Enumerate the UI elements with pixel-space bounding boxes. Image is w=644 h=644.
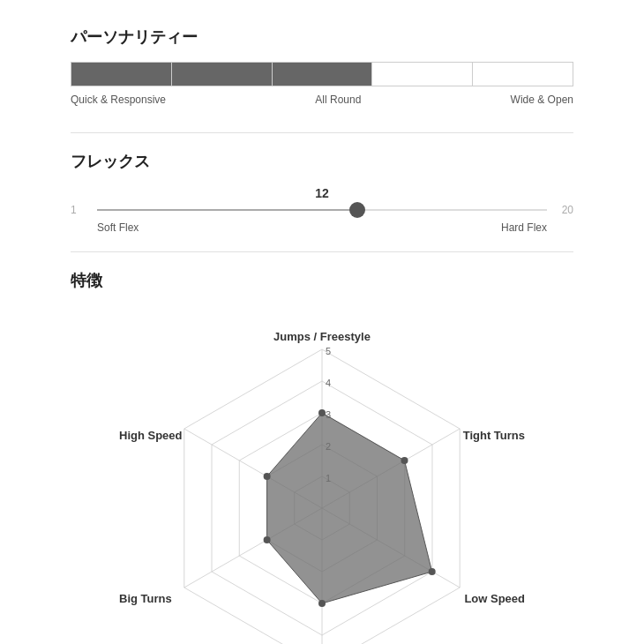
label-top: Jumps / Freestyle [273, 330, 371, 343]
slider-min: 1 [71, 204, 88, 216]
dot-br [429, 568, 436, 575]
personality-seg-2 [172, 63, 273, 86]
label-bottom-right: Low Speed [464, 592, 525, 605]
divider-2 [71, 251, 573, 252]
label-top-left: High Speed [119, 429, 183, 442]
flex-bottom-labels: Soft Flex Hard Flex [71, 221, 573, 234]
personality-section: パーソナリティー Quick & Responsive All Round Wi… [71, 26, 573, 106]
personality-seg-1 [71, 63, 172, 86]
slider-fill [97, 209, 357, 211]
personality-label-center: All Round [315, 94, 361, 106]
label-top-right: Tight Turns [463, 429, 525, 442]
dot-bottom [318, 600, 326, 607]
slider-wrapper: 1 20 [71, 204, 573, 216]
dot-tl [264, 473, 271, 480]
slider-thumb [349, 202, 365, 218]
flex-section: フレックス 12 1 20 Soft Flex Hard Flex [71, 151, 573, 234]
slider-max: 20 [556, 204, 573, 216]
personality-seg-5 [473, 63, 573, 86]
divider-1 [71, 132, 573, 133]
dot-tr [401, 457, 408, 464]
personality-seg-4 [372, 63, 473, 86]
personality-label-left: Quick & Responsive [71, 94, 166, 106]
features-title: 特徴 [71, 270, 573, 291]
personality-bar [71, 62, 573, 86]
flex-value: 12 [71, 186, 573, 200]
dot-bl [264, 536, 271, 543]
radar-chart: .grid-line { stroke: #ccc; stroke-width:… [137, 323, 507, 644]
slider-track [97, 209, 547, 211]
flex-title: フレックス [71, 151, 573, 172]
personality-title: パーソナリティー [71, 26, 573, 48]
label-4: 4 [326, 378, 331, 388]
personality-label-right: Wide & Open [511, 94, 573, 106]
personality-seg-3 [273, 63, 373, 86]
data-polygon [267, 413, 432, 603]
dot-top [318, 409, 326, 416]
flex-label-soft: Soft Flex [97, 221, 139, 234]
label-bottom-left: Big Turns [119, 592, 172, 605]
flex-label-hard: Hard Flex [501, 221, 547, 234]
personality-labels: Quick & Responsive All Round Wide & Open [71, 94, 573, 106]
label-5: 5 [326, 346, 331, 356]
radar-wrapper: Jumps / Freestyle Tight Turns Low Speed … [137, 323, 507, 644]
features-section: 特徴 Jumps / Freestyle Tight Turns Low Spe… [71, 270, 573, 644]
